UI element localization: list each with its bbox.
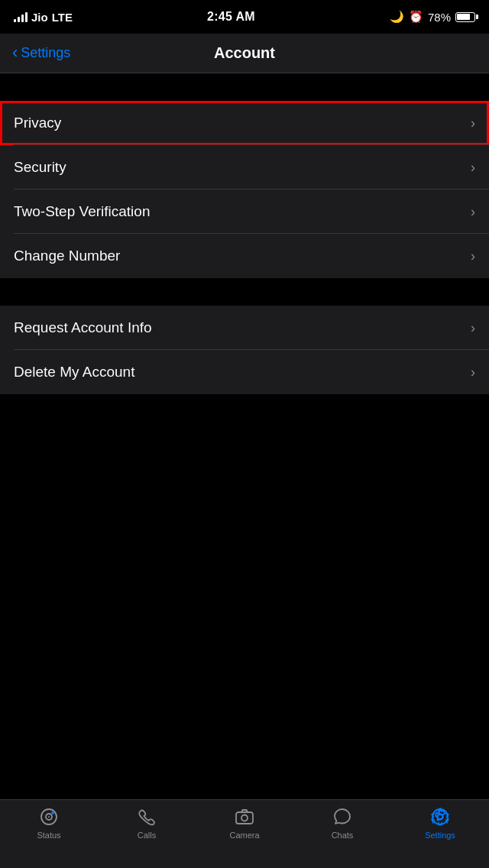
top-spacer bbox=[0, 73, 489, 101]
svg-rect-4 bbox=[236, 812, 253, 824]
carrier-label: Jio bbox=[31, 11, 48, 24]
battery-indicator bbox=[455, 12, 475, 22]
signal-bar-3 bbox=[21, 15, 24, 22]
settings-item-request-info[interactable]: Request Account Info › bbox=[0, 306, 489, 350]
tab-camera[interactable]: Camera bbox=[196, 806, 293, 840]
svg-point-5 bbox=[241, 815, 248, 821]
privacy-chevron-icon: › bbox=[471, 115, 475, 131]
two-step-label: Two-Step Verification bbox=[14, 203, 150, 220]
two-step-chevron-icon: › bbox=[471, 204, 475, 220]
status-tab-icon bbox=[38, 806, 60, 828]
request-info-chevron-icon: › bbox=[471, 320, 475, 336]
back-chevron-icon: ‹ bbox=[12, 43, 18, 63]
security-label: Security bbox=[14, 159, 66, 176]
status-bar: Jio LTE 2:45 AM 🌙 ⏰ 78% bbox=[0, 0, 489, 34]
settings-item-security[interactable]: Security › bbox=[0, 145, 489, 189]
network-type: LTE bbox=[52, 11, 73, 24]
calls-tab-label: Calls bbox=[138, 831, 156, 840]
privacy-label: Privacy bbox=[14, 115, 61, 131]
tab-bar: Status Calls Camera Chats bbox=[0, 799, 489, 868]
mid-spacer bbox=[0, 278, 489, 306]
settings-tab-label: Settings bbox=[425, 831, 455, 840]
status-left: Jio LTE bbox=[14, 11, 73, 24]
signal-bar-1 bbox=[14, 19, 16, 22]
settings-tab-icon bbox=[429, 806, 451, 828]
security-chevron-icon: › bbox=[471, 160, 475, 176]
request-info-label: Request Account Info bbox=[14, 319, 152, 336]
battery-percent: 78% bbox=[428, 11, 451, 24]
settings-item-change-number[interactable]: Change Number › bbox=[0, 234, 489, 278]
tab-chats[interactable]: Chats bbox=[293, 806, 391, 840]
change-number-chevron-icon: › bbox=[471, 248, 475, 264]
settings-section-account: Request Account Info › Delete My Account… bbox=[0, 306, 489, 394]
tab-status[interactable]: Status bbox=[0, 806, 98, 840]
back-button[interactable]: ‹ Settings bbox=[12, 44, 70, 63]
tab-calls[interactable]: Calls bbox=[98, 806, 196, 840]
battery-fill bbox=[457, 14, 469, 20]
calls-tab-icon bbox=[136, 806, 157, 828]
nav-header: ‹ Settings Account bbox=[0, 34, 489, 73]
battery-icon bbox=[455, 12, 475, 22]
time-display: 2:45 AM bbox=[207, 10, 255, 24]
settings-item-two-step[interactable]: Two-Step Verification › bbox=[0, 189, 489, 234]
status-right: 🌙 ⏰ 78% bbox=[390, 10, 475, 24]
svg-point-2 bbox=[48, 816, 50, 818]
settings-section-main: Privacy › Security › Two-Step Verificati… bbox=[0, 101, 489, 278]
camera-tab-icon bbox=[234, 806, 255, 828]
chats-tab-label: Chats bbox=[332, 831, 354, 840]
signal-bar-2 bbox=[18, 17, 20, 22]
change-number-label: Change Number bbox=[14, 248, 120, 264]
signal-bars bbox=[14, 11, 28, 22]
settings-item-privacy[interactable]: Privacy › bbox=[0, 101, 489, 145]
settings-item-delete-account[interactable]: Delete My Account › bbox=[0, 350, 489, 394]
delete-account-label: Delete My Account bbox=[14, 364, 134, 381]
status-tab-label: Status bbox=[37, 831, 60, 840]
camera-tab-label: Camera bbox=[229, 831, 259, 840]
moon-icon: 🌙 bbox=[390, 10, 404, 24]
svg-point-3 bbox=[51, 811, 54, 815]
alarm-icon: ⏰ bbox=[409, 10, 423, 24]
delete-account-chevron-icon: › bbox=[471, 364, 475, 381]
signal-bar-4 bbox=[25, 12, 28, 22]
tab-settings[interactable]: Settings bbox=[391, 806, 489, 840]
back-label: Settings bbox=[21, 45, 70, 61]
page-title: Account bbox=[214, 44, 275, 62]
chats-tab-icon bbox=[332, 806, 353, 828]
